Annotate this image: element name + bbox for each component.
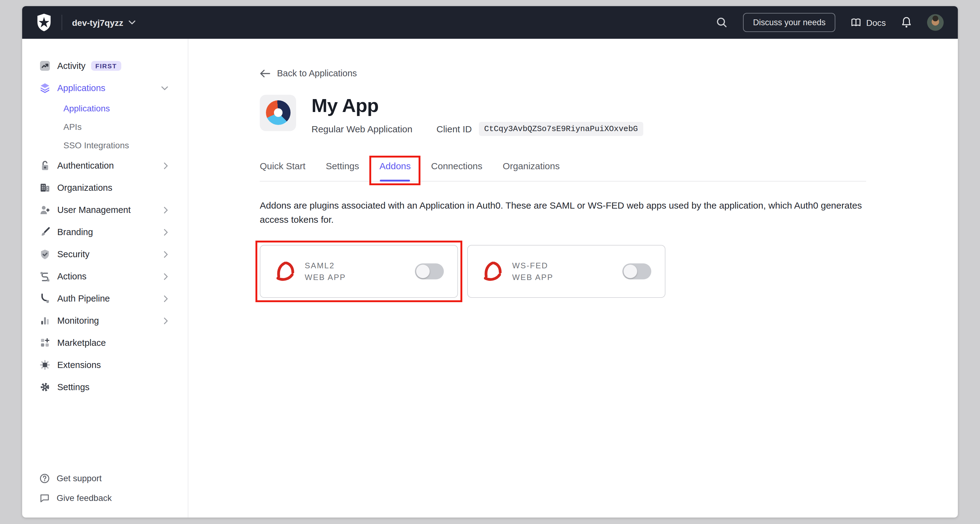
tab-settings[interactable]: Settings bbox=[326, 160, 359, 181]
addons-card-row: SAML2 WEB APP WS-FED WEB APP bbox=[260, 245, 933, 297]
sidebar-item-label: Extensions bbox=[57, 360, 101, 370]
bar-chart-icon bbox=[40, 315, 51, 326]
sidebar-item-label: Activity bbox=[57, 61, 86, 71]
topbar: dev-tyj7qyzz Discuss your needs Docs bbox=[22, 6, 958, 39]
sidebar-item-branding[interactable]: Branding bbox=[40, 221, 188, 243]
application-logo bbox=[260, 94, 296, 131]
application-subtitle: Regular Web Application Client ID CtCqy3… bbox=[312, 122, 643, 136]
topbar-right: Discuss your needs Docs bbox=[716, 13, 944, 32]
addon-name: SAML2 WEB APP bbox=[305, 259, 346, 283]
addon-card-saml2[interactable]: SAML2 WEB APP bbox=[260, 245, 458, 297]
sidebar-item-monitoring[interactable]: Monitoring bbox=[40, 310, 188, 332]
topbar-left: dev-tyj7qyzz bbox=[36, 14, 136, 32]
tab-addons[interactable]: Addons bbox=[380, 160, 411, 181]
saml-logo-icon bbox=[274, 260, 296, 282]
gear-icon bbox=[40, 381, 51, 392]
content-row: Activity FIRST Applications Applications bbox=[22, 39, 958, 518]
addon-name-line2: WEB APP bbox=[512, 272, 554, 281]
addon-name-line1: SAML2 bbox=[305, 260, 334, 270]
sidebar-item-authentication[interactable]: Authentication bbox=[40, 154, 188, 176]
sidebar-subitem-label: SSO Integrations bbox=[64, 140, 129, 150]
sidebar-item-organizations[interactable]: Organizations bbox=[40, 176, 188, 199]
grid-plus-icon bbox=[40, 337, 51, 348]
sidebar-item-label: Security bbox=[57, 249, 89, 259]
wsfed-toggle[interactable] bbox=[622, 263, 651, 279]
pipeline-icon bbox=[40, 293, 51, 304]
sidebar-item-label: Auth Pipeline bbox=[57, 294, 110, 303]
docs-label: Docs bbox=[866, 17, 886, 27]
chevron-right-icon bbox=[164, 229, 168, 235]
sidebar-item-user-management[interactable]: User Management bbox=[40, 199, 188, 221]
application-type: Regular Web Application bbox=[312, 123, 412, 134]
sidebar-item-security[interactable]: Security bbox=[40, 243, 188, 265]
first-badge: FIRST bbox=[91, 61, 121, 71]
sidebar-spacer bbox=[40, 398, 188, 468]
discuss-your-needs-button[interactable]: Discuss your needs bbox=[743, 13, 836, 32]
sidebar-item-label: Applications bbox=[57, 83, 105, 93]
book-icon bbox=[851, 18, 861, 27]
docs-link[interactable]: Docs bbox=[851, 17, 886, 27]
sidebar-subitem-label: Applications bbox=[64, 103, 110, 113]
user-avatar[interactable] bbox=[927, 14, 944, 31]
tab-quick-start[interactable]: Quick Start bbox=[260, 160, 305, 181]
app-window: dev-tyj7qyzz Discuss your needs Docs bbox=[22, 6, 958, 518]
main-content: Back to Applications My App Regular Web … bbox=[188, 39, 958, 518]
sidebar-item-settings[interactable]: Settings bbox=[40, 376, 188, 398]
tab-bar: Quick Start Settings Addons Connections … bbox=[260, 160, 866, 181]
topbar-divider bbox=[62, 15, 62, 30]
sidebar-item-extensions[interactable]: Extensions bbox=[40, 354, 188, 376]
saml2-toggle[interactable] bbox=[415, 263, 444, 279]
addon-card-wsfed[interactable]: WS-FED WEB APP bbox=[467, 245, 665, 297]
back-to-applications-link[interactable]: Back to Applications bbox=[260, 68, 357, 78]
page-background: dev-tyj7qyzz Discuss your needs Docs bbox=[0, 0, 980, 524]
search-icon[interactable] bbox=[716, 17, 728, 28]
tenant-switcher[interactable]: dev-tyj7qyzz bbox=[72, 17, 136, 27]
sidebar-item-label: Monitoring bbox=[57, 316, 99, 326]
toggle-knob bbox=[624, 264, 637, 278]
speech-bubble-icon bbox=[40, 492, 50, 503]
get-support-label: Get support bbox=[57, 473, 102, 483]
back-link-label: Back to Applications bbox=[277, 68, 357, 78]
tenant-name: dev-tyj7qyzz bbox=[72, 17, 123, 27]
flow-icon bbox=[40, 271, 51, 282]
sidebar-item-label: Actions bbox=[57, 272, 86, 281]
client-id-value[interactable]: CtCqy3AvbQZSo7sE9RiynaPuiXOxvebG bbox=[479, 122, 643, 136]
sidebar-subitem-applications[interactable]: Applications bbox=[40, 99, 188, 118]
chevron-right-icon bbox=[164, 162, 168, 169]
chevron-right-icon bbox=[164, 206, 168, 213]
client-id-label: Client ID bbox=[436, 123, 472, 134]
sidebar-item-applications[interactable]: Applications bbox=[40, 77, 188, 99]
shield-check-icon bbox=[40, 249, 51, 260]
paintbrush-icon bbox=[40, 227, 51, 238]
addon-name-line2: WEB APP bbox=[305, 272, 346, 281]
tab-organizations[interactable]: Organizations bbox=[503, 160, 560, 181]
sidebar-item-label: Settings bbox=[57, 382, 89, 392]
notifications-bell-icon[interactable] bbox=[901, 17, 912, 28]
get-support-link[interactable]: Get support bbox=[40, 468, 188, 488]
sidebar-item-activity[interactable]: Activity FIRST bbox=[40, 55, 188, 77]
addons-description: Addons are plugins associated with an Ap… bbox=[260, 198, 866, 226]
chevron-down-icon bbox=[161, 86, 168, 90]
sidebar-item-label: Branding bbox=[57, 227, 93, 237]
sidebar-subitem-sso-integrations[interactable]: SSO Integrations bbox=[40, 136, 188, 154]
chevron-right-icon bbox=[164, 273, 168, 280]
sidebar-item-actions[interactable]: Actions bbox=[40, 265, 188, 287]
give-feedback-label: Give feedback bbox=[57, 493, 112, 503]
sidebar-item-label: Organizations bbox=[57, 183, 112, 193]
give-feedback-link[interactable]: Give feedback bbox=[40, 488, 188, 508]
sidebar-item-label: Marketplace bbox=[57, 338, 106, 348]
activity-icon bbox=[40, 60, 51, 71]
sidebar-item-auth-pipeline[interactable]: Auth Pipeline bbox=[40, 287, 188, 310]
lock-icon bbox=[40, 160, 51, 171]
chevron-down-icon bbox=[129, 20, 136, 25]
sidebar-item-label: User Management bbox=[57, 205, 131, 215]
sidebar-item-marketplace[interactable]: Marketplace bbox=[40, 332, 188, 354]
tab-connections[interactable]: Connections bbox=[431, 160, 483, 181]
chevron-right-icon bbox=[164, 295, 168, 302]
auth0-logo-icon bbox=[36, 14, 52, 32]
sidebar-subitem-apis[interactable]: APIs bbox=[40, 118, 188, 136]
buildings-icon bbox=[40, 182, 51, 193]
application-logo-donut bbox=[266, 100, 290, 125]
sidebar-item-label: Authentication bbox=[57, 160, 114, 170]
tab-addons-label: Addons bbox=[380, 160, 411, 171]
